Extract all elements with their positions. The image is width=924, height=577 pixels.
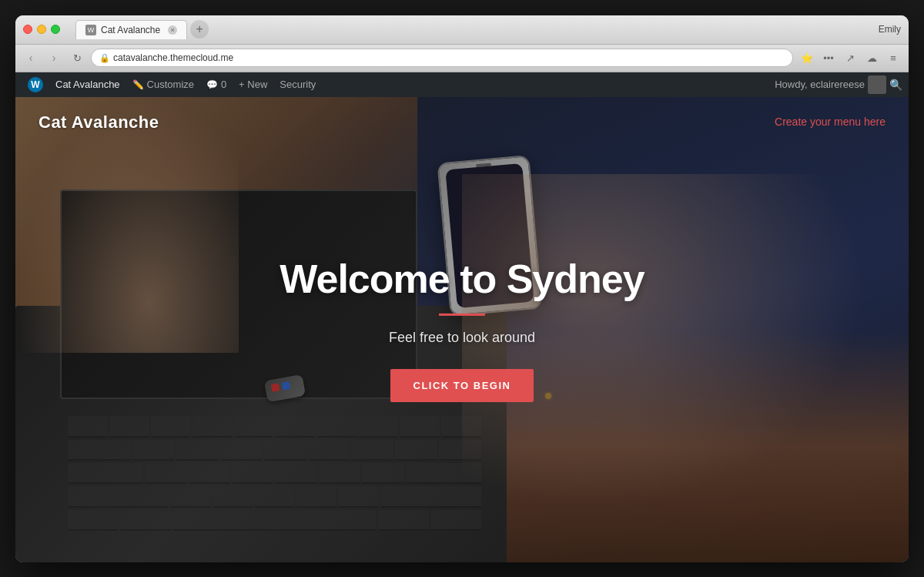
wp-comments-item[interactable]: 💬 0 xyxy=(200,72,233,97)
wp-howdy-label: Howdy, eclairereese xyxy=(775,79,865,90)
wp-new-label: New xyxy=(247,79,267,90)
hero-site-title: Cat Avalanche xyxy=(38,112,159,132)
wp-comments-label: 0 xyxy=(221,79,226,90)
lock-icon: 🔒 xyxy=(99,53,110,63)
more-button[interactable]: ••• xyxy=(819,49,838,67)
wordpress-logo-icon: W xyxy=(28,77,43,92)
create-menu-link[interactable]: Create your menu here xyxy=(775,116,886,128)
tab-title: Cat Avalanche xyxy=(101,25,160,35)
wp-admin-bar: W Cat Avalanche ✏️ Customize 💬 0 + New S… xyxy=(15,72,909,97)
hero-section: Cat Avalanche Create your menu here Welc… xyxy=(15,97,909,562)
browser-tab[interactable]: W Cat Avalanche × xyxy=(75,20,187,39)
hero-title-underline xyxy=(439,314,485,316)
menu-button[interactable]: ≡ xyxy=(884,49,902,67)
navigation-bar: ‹ › ↻ 🔒 catavalanche.themecloud.me ⭐ •••… xyxy=(15,45,909,72)
wp-security-label: Security xyxy=(280,79,316,90)
wp-search-icon[interactable]: 🔍 xyxy=(889,79,902,91)
tab-favicon-icon: W xyxy=(85,25,96,35)
back-button[interactable]: ‹ xyxy=(22,49,40,67)
hero-cta-button[interactable]: CLICK TO BEGIN xyxy=(390,369,534,402)
new-tab-button[interactable]: + xyxy=(190,20,209,39)
extension2-button[interactable]: ☁ xyxy=(862,49,881,67)
star-button[interactable]: ⭐ xyxy=(798,49,816,67)
wp-new-item[interactable]: + New xyxy=(233,72,273,97)
wp-site-name-label: Cat Avalanche xyxy=(55,79,120,90)
address-text: catavalanche.themecloud.me xyxy=(113,52,233,63)
browser-window: W Cat Avalanche × + Emily ‹ › ↻ 🔒 catava… xyxy=(15,15,909,562)
maximize-window-button[interactable] xyxy=(51,25,60,34)
hero-content: Welcome to Sydney Feel free to look arou… xyxy=(231,257,693,401)
browser-user-label: Emily xyxy=(879,24,901,35)
refresh-button[interactable]: ↻ xyxy=(68,49,86,67)
title-bar: W Cat Avalanche × + Emily xyxy=(15,15,909,45)
hero-title: Welcome to Sydney xyxy=(231,257,693,300)
extension1-button[interactable]: ↗ xyxy=(841,49,859,67)
forward-button[interactable]: › xyxy=(45,49,63,67)
wp-site-name-item[interactable]: Cat Avalanche xyxy=(49,72,126,97)
close-window-button[interactable] xyxy=(23,25,32,34)
wp-logo-item[interactable]: W xyxy=(22,72,49,97)
wp-customize-item[interactable]: ✏️ Customize xyxy=(126,72,200,97)
address-bar[interactable]: 🔒 catavalanche.themecloud.me xyxy=(91,49,793,67)
tab-close-button[interactable]: × xyxy=(168,25,177,35)
wp-admin-right-section: Howdy, eclairereese 🔍 xyxy=(775,75,902,94)
hero-subtitle: Feel free to look around xyxy=(231,330,693,346)
traffic-lights xyxy=(23,25,60,34)
minimize-window-button[interactable] xyxy=(37,25,46,34)
wp-avatar-image xyxy=(868,75,886,94)
wp-customize-label: Customize xyxy=(147,79,194,90)
tab-bar: W Cat Avalanche × + xyxy=(75,20,871,39)
wp-security-item[interactable]: Security xyxy=(273,72,322,97)
site-title-overlay: Cat Avalanche xyxy=(38,112,159,133)
nav-actions: ⭐ ••• ↗ ☁ ≡ xyxy=(798,49,902,67)
